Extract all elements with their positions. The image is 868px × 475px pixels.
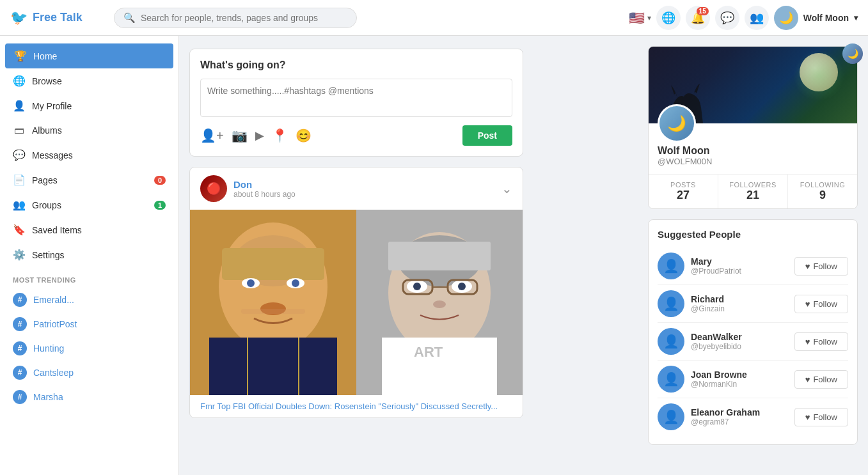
profile-handle: @WOLFM00N xyxy=(658,157,848,166)
profile-name: Wolf Moon xyxy=(658,145,848,157)
follow-label-joan: Follow xyxy=(813,375,837,384)
trending-label-cantsleep: Cantsleep xyxy=(33,368,74,378)
sidebar-item-my-profile[interactable]: 👤 My Profile xyxy=(0,93,178,118)
sidebar-item-messages[interactable]: 💬 Messages xyxy=(0,143,178,167)
sidebar-item-settings[interactable]: ⚙️ Settings xyxy=(0,242,178,267)
sidebar-item-albums[interactable]: 🗃 Albums xyxy=(0,118,178,143)
mary-info: Mary @ProudPatriot xyxy=(691,256,788,276)
friends-icon: 👥 xyxy=(750,11,764,25)
notifications-button[interactable]: 🔔 15 xyxy=(686,6,710,30)
follow-button-eleanor[interactable]: ♥ Follow xyxy=(794,408,848,426)
chat-icon: 💬 xyxy=(720,11,734,25)
profile-card: 🌙 Wolf Moon @WOLFM00N POSTS 27 FOLLOWERS… xyxy=(648,46,858,209)
user-menu-button[interactable]: 🌙 Wolf Moon ▾ xyxy=(774,6,858,30)
svg-point-19 xyxy=(413,283,421,290)
follow-button-mary[interactable]: ♥ Follow xyxy=(794,257,848,276)
sidebar-item-pages[interactable]: 📄 Pages 0 xyxy=(0,167,178,192)
follow-button-richard[interactable]: ♥ Follow xyxy=(794,295,848,313)
post-author-avatar: 🔴 xyxy=(200,175,227,202)
chevron-down-icon: ▾ xyxy=(854,13,858,22)
post-time: about 8 hours ago xyxy=(233,190,495,199)
followers-count: 21 xyxy=(721,189,785,202)
sidebar-label-settings: Settings xyxy=(32,250,65,260)
browse-icon: 🌐 xyxy=(13,75,26,87)
suggested-person-mary: 👤 Mary @ProudPatriot ♥ Follow xyxy=(658,247,848,285)
user-name: Wolf Moon xyxy=(803,13,849,23)
followers-label: FOLLOWERS xyxy=(721,181,785,189)
sidebar-label-my-profile: My Profile xyxy=(32,101,72,111)
richard-name: Richard xyxy=(691,294,788,304)
search-input[interactable] xyxy=(141,13,347,23)
flag-button[interactable]: 🇺🇸 ▾ xyxy=(629,10,651,26)
pages-icon: 📄 xyxy=(13,174,26,186)
post-image-left xyxy=(190,210,356,395)
trending-item-hunting[interactable]: # Hunting xyxy=(0,336,178,361)
sidebar-label-browse: Browse xyxy=(32,76,62,86)
groups-badge: 1 xyxy=(154,201,166,210)
richard-info: Richard @Ginzain xyxy=(691,294,788,313)
suggested-card: Suggested People 👤 Mary @ProudPatriot ♥ … xyxy=(648,219,858,445)
sidebar-label-pages: Pages xyxy=(32,175,58,185)
messages-button[interactable]: 💬 xyxy=(715,6,739,30)
follow-label-mary: Follow xyxy=(813,261,837,271)
mary-name: Mary xyxy=(691,256,788,267)
profile-avatar[interactable]: 🌙 xyxy=(658,104,696,143)
add-friend-icon[interactable]: 👤+ xyxy=(200,128,224,143)
sidebar-item-saved-items[interactable]: 🔖 Saved Items xyxy=(0,217,178,242)
profile-icon: 👤 xyxy=(13,100,26,112)
emoji-icon[interactable]: 😊 xyxy=(296,128,312,143)
follow-button-joan[interactable]: ♥ Follow xyxy=(794,370,848,389)
notification-badge: 15 xyxy=(697,7,709,15)
svg-point-8 xyxy=(247,279,255,287)
logo-text: Free Talk xyxy=(33,11,83,24)
home-icon: 🏆 xyxy=(14,50,27,62)
trending-item-cantsleep[interactable]: # Cantsleep xyxy=(0,361,178,385)
hash-icon-marsha: # xyxy=(13,390,27,404)
post-image: ART xyxy=(190,210,523,395)
suggested-person-deanwalker: 👤 DeanWalker @byebyelibido ♥ Follow xyxy=(658,323,848,361)
joan-handle: @NormanKin xyxy=(691,380,788,389)
post-button[interactable]: Post xyxy=(462,125,512,146)
post-textarea[interactable] xyxy=(200,79,512,117)
trending-item-emerald[interactable]: # Emerald... xyxy=(0,288,178,312)
sidebar-item-home[interactable]: 🏆 Home xyxy=(5,43,173,68)
post-box-title: What's going on? xyxy=(200,59,512,71)
svg-rect-12 xyxy=(209,338,337,395)
follow-button-deanwalker[interactable]: ♥ Follow xyxy=(794,332,848,351)
topnav: 🐦 Free Talk 🔍 🇺🇸 ▾ 🌐 🔔 15 💬 👥 🌙 Wolf Moo… xyxy=(0,0,868,36)
main-layout: 🏆 Home 🌐 Browse 👤 My Profile 🗃 Albums 💬 … xyxy=(0,36,868,475)
camera-icon[interactable]: 📷 xyxy=(232,128,248,143)
svg-rect-5 xyxy=(222,248,324,280)
feed-post-header: 🔴 Don about 8 hours ago ⌄ xyxy=(190,167,523,210)
mary-handle: @ProudPatriot xyxy=(691,267,788,276)
trending-item-marsha[interactable]: # Marsha xyxy=(0,385,178,409)
heart-icon-deanwalker: ♥ xyxy=(805,337,810,347)
friends-button[interactable]: 👥 xyxy=(745,6,769,30)
nav-right: 🇺🇸 ▾ 🌐 🔔 15 💬 👥 🌙 Wolf Moon ▾ xyxy=(629,6,858,30)
post-more-icon[interactable]: ⌄ xyxy=(501,181,512,196)
sidebar-label-messages: Messages xyxy=(32,150,73,160)
saved-icon: 🔖 xyxy=(13,224,26,236)
mini-profile-avatar[interactable]: 🌙 xyxy=(842,43,863,64)
eleanor-handle: @egram87 xyxy=(691,417,788,426)
sidebar-item-groups[interactable]: 👥 Groups 1 xyxy=(0,192,178,217)
post-author-name[interactable]: Don xyxy=(233,179,495,190)
suggested-title: Suggested People xyxy=(658,229,848,240)
profile-stat-followers: FOLLOWERS 21 xyxy=(718,175,788,208)
profile-stat-posts: POSTS 27 xyxy=(649,175,718,208)
globe-button[interactable]: 🌐 xyxy=(656,6,681,30)
location-icon[interactable]: 📍 xyxy=(272,128,288,143)
post-meta: Don about 8 hours ago xyxy=(233,179,495,199)
joan-avatar: 👤 xyxy=(658,366,684,393)
feed-post: 🔴 Don about 8 hours ago ⌄ xyxy=(189,167,523,418)
sidebar: 🏆 Home 🌐 Browse 👤 My Profile 🗃 Albums 💬 … xyxy=(0,36,179,475)
post-link[interactable]: Fmr Top FBI Official Doubles Down: Rosen… xyxy=(190,395,523,417)
sidebar-item-browse[interactable]: 🌐 Browse xyxy=(0,68,178,93)
trending-item-patriotpost[interactable]: # PatriotPost xyxy=(0,312,178,336)
mary-avatar: 👤 xyxy=(658,253,684,279)
posts-label: POSTS xyxy=(651,181,715,189)
eleanor-avatar: 👤 xyxy=(658,403,684,430)
logo[interactable]: 🐦 Free Talk xyxy=(10,10,106,26)
hash-icon-hunting: # xyxy=(13,341,27,355)
video-icon[interactable]: ▶ xyxy=(255,128,264,143)
